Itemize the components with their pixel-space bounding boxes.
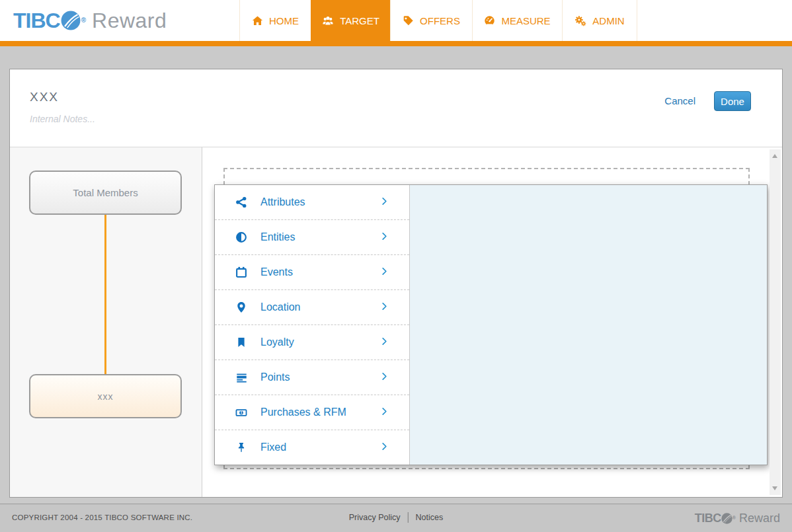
app-logo: TIBC ® Reward [13, 9, 167, 32]
chevron-right-icon [379, 266, 389, 279]
users-icon [322, 15, 334, 26]
footer-logo: TIBC ® Reward [695, 512, 780, 525]
menu-item-label: Fixed [260, 441, 286, 453]
menu-item-label: Points [260, 371, 290, 383]
menu-item-label: Purchases & RFM [260, 406, 346, 418]
menu-item-location[interactable]: Location [215, 289, 409, 324]
nav-tab-label: TARGET [340, 15, 379, 26]
nav-tab-home[interactable]: HOME [239, 0, 311, 41]
segment-title-field[interactable]: XXX [30, 90, 59, 104]
menu-item-entities[interactable]: Entities [215, 219, 409, 254]
logo-text: TIBC [13, 9, 60, 32]
tibco-swoosh-icon-gray [721, 513, 733, 524]
chevron-right-icon [379, 196, 389, 209]
segment-tree-sidebar: Total Members xxx [10, 147, 202, 497]
nav-tab-label: HOME [269, 15, 299, 26]
privacy-policy-link[interactable]: Privacy Policy [349, 513, 401, 522]
nav-tab-target[interactable]: TARGET [311, 0, 390, 41]
thumbtack-icon [234, 442, 249, 453]
footer-logo-registered-mark: ® [733, 512, 736, 525]
menu-item-label: Loyalty [260, 336, 294, 348]
menu-item-label: Entities [260, 231, 295, 243]
menu-item-loyalty[interactable]: Loyalty [215, 324, 409, 360]
footer-link-divider [408, 512, 409, 523]
tree-connector-line [104, 215, 106, 374]
copyright-text: COPYRIGHT 2004 - 2015 TIBCO SOFTWARE INC… [12, 513, 192, 521]
chevron-right-icon [379, 406, 389, 419]
internal-notes-field[interactable]: Internal Notes... [30, 114, 95, 124]
editor-toolbar: XXX Internal Notes... Cancel Done [10, 69, 782, 147]
svg-text:1: 1 [241, 410, 243, 414]
menu-item-label: Location [260, 301, 301, 313]
footer-links: Privacy Policy Notices [349, 512, 443, 523]
page-footer: COPYRIGHT 2004 - 2015 TIBCO SOFTWARE INC… [0, 504, 792, 532]
money-icon: 1 [234, 407, 249, 418]
menu-item-events[interactable]: Events [215, 254, 409, 289]
bars-icon [234, 372, 249, 383]
menu-item-fixed[interactable]: Fixed [215, 430, 409, 465]
nav-tab-admin[interactable]: ADMIN [562, 0, 637, 41]
tag-icon [403, 15, 414, 26]
chevron-right-icon [379, 371, 389, 384]
nav-tab-offers[interactable]: OFFERS [390, 0, 472, 41]
chevron-right-icon [379, 301, 389, 314]
criteria-preview-pane [410, 185, 767, 465]
editor-card: XXX Internal Notes... Cancel Done Total … [9, 69, 783, 498]
criteria-picker-popup: Attributes Entities [214, 184, 768, 465]
criteria-menu: Attributes Entities [215, 185, 410, 465]
adjust-icon [234, 232, 249, 243]
scroll-down-icon[interactable] [772, 486, 777, 490]
tree-node-child[interactable]: xxx [29, 374, 182, 418]
page: TIBC ® Reward HOME TARGET [0, 0, 792, 532]
scroll-up-icon[interactable] [772, 154, 777, 158]
nav-tab-label: OFFERS [420, 15, 460, 26]
footer-logo-product-name: Reward [739, 512, 780, 525]
menu-item-label: Attributes [260, 196, 305, 208]
tibco-swoosh-icon [61, 11, 81, 30]
share-icon [234, 197, 249, 208]
chevron-right-icon [379, 336, 389, 349]
gears-icon [574, 15, 586, 26]
menu-item-purchases-rfm[interactable]: 1 Purchases & RFM [215, 395, 409, 430]
map-marker-icon [234, 302, 249, 313]
app-header: TIBC ® Reward HOME TARGET [0, 0, 792, 46]
calendar-icon [234, 267, 249, 278]
gauge-icon [484, 15, 495, 26]
cancel-button[interactable]: Cancel [664, 95, 695, 106]
done-button[interactable]: Done [714, 91, 751, 111]
footer-logo-text: TIBC [695, 512, 721, 525]
chevron-right-icon [379, 231, 389, 244]
header-accent-bar [0, 41, 792, 46]
notices-link[interactable]: Notices [416, 513, 444, 522]
nav-tab-label: ADMIN [592, 15, 624, 26]
tree-node-total-members[interactable]: Total Members [29, 171, 182, 215]
vertical-scrollbar[interactable] [770, 149, 781, 495]
menu-item-attributes[interactable]: Attributes [215, 185, 409, 219]
bookmark-icon [234, 337, 249, 348]
nav-tab-label: MEASURE [501, 15, 550, 26]
home-icon [252, 15, 263, 26]
logo-product-name: Reward [92, 9, 167, 32]
logo-registered-mark: ® [81, 9, 86, 32]
chevron-right-icon [379, 441, 389, 454]
main-nav: HOME TARGET OFFERS MEASURE [239, 0, 637, 41]
criteria-work-area: Attributes Entities [203, 147, 782, 497]
menu-item-label: Events [260, 266, 293, 278]
menu-item-points[interactable]: Points [215, 360, 409, 395]
nav-tab-measure[interactable]: MEASURE [472, 0, 562, 41]
